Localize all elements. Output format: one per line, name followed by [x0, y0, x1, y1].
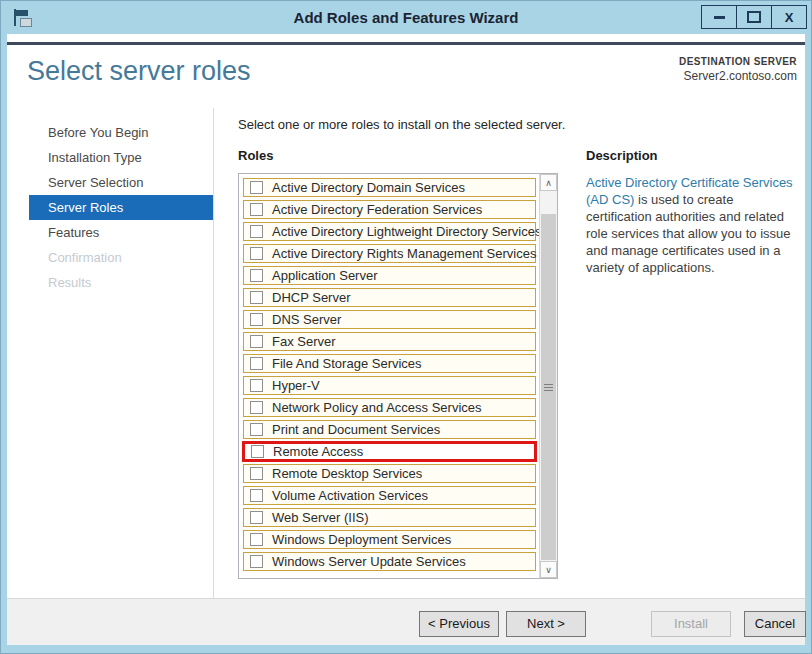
checkbox[interactable] [250, 467, 263, 480]
wizard-nav: Before You Begin Installation Type Serve… [29, 120, 213, 295]
roles-listbox: Active Directory Domain Services Active … [238, 173, 558, 579]
checkbox[interactable] [250, 269, 263, 282]
description-heading: Description [586, 148, 658, 163]
nav-before-you-begin[interactable]: Before You Begin [29, 120, 213, 145]
client-area: Select server roles DESTINATION SERVER S… [7, 34, 805, 645]
header-divider [7, 42, 805, 45]
chevron-down-icon: ∨ [545, 565, 552, 575]
minimize-button[interactable] [701, 5, 737, 29]
role-row-fax-server[interactable]: Fax Server [243, 332, 536, 351]
role-row-active-directory-lightweight-directory-services[interactable]: Active Directory Lightweight Directory S… [243, 222, 536, 241]
checkbox[interactable] [250, 489, 263, 502]
role-row-active-directory-domain-services[interactable]: Active Directory Domain Services [243, 178, 536, 197]
role-row-remote-desktop-services[interactable]: Remote Desktop Services [243, 464, 536, 483]
checkbox[interactable] [250, 247, 263, 260]
footer-bar: < Previous Next > Install Cancel [7, 598, 805, 645]
maximize-icon [747, 11, 761, 23]
scroll-down-button[interactable]: ∨ [540, 561, 557, 578]
description-body: Active Directory Certificate Services (A… [586, 174, 802, 276]
checkbox[interactable] [250, 423, 263, 436]
scrollbar-thumb[interactable] [541, 214, 556, 560]
role-label: Web Server (IIS) [272, 510, 369, 525]
role-label: Active Directory Federation Services [272, 202, 482, 217]
checkbox[interactable] [250, 379, 263, 392]
role-label: File And Storage Services [272, 356, 422, 371]
destination-server-label: DESTINATION SERVER [679, 56, 797, 67]
role-row-dns-server[interactable]: DNS Server [243, 310, 536, 329]
previous-button[interactable]: < Previous [419, 611, 499, 637]
checkbox[interactable] [250, 291, 263, 304]
role-label: Network Policy and Access Services [272, 400, 482, 415]
nav-server-roles[interactable]: Server Roles [29, 195, 213, 220]
checkbox[interactable] [250, 181, 263, 194]
role-row-active-directory-rights-management-services[interactable]: Active Directory Rights Management Servi… [243, 244, 536, 263]
role-label: Print and Document Services [272, 422, 440, 437]
close-icon: X [785, 10, 794, 25]
install-button[interactable]: Install [651, 611, 731, 637]
role-row-remote-access[interactable]: Remote Access [243, 442, 536, 461]
role-label: Active Directory Rights Management Servi… [272, 246, 536, 261]
nav-installation-type[interactable]: Installation Type [29, 145, 213, 170]
role-label: Remote Desktop Services [272, 466, 422, 481]
role-label: Active Directory Lightweight Directory S… [272, 224, 541, 239]
chevron-up-icon: ∧ [545, 178, 552, 188]
checkbox[interactable] [250, 225, 263, 238]
checkbox[interactable] [250, 335, 263, 348]
page-title: Select server roles [27, 56, 251, 87]
role-row-print-and-document-services[interactable]: Print and Document Services [243, 420, 536, 439]
nav-server-selection[interactable]: Server Selection [29, 170, 213, 195]
instruction-text: Select one or more roles to install on t… [238, 117, 565, 132]
roles-scrollbar[interactable]: ∧ ∨ [539, 174, 557, 578]
window-title: Add Roles and Features Wizard [1, 1, 811, 34]
checkbox[interactable] [250, 533, 263, 546]
nav-results: Results [29, 270, 213, 295]
minimize-icon [714, 16, 725, 19]
role-row-windows-server-update-services[interactable]: Windows Server Update Services [243, 552, 536, 571]
role-label: DNS Server [272, 312, 341, 327]
maximize-button[interactable] [736, 5, 772, 29]
role-label: Fax Server [272, 334, 336, 349]
checkbox[interactable] [250, 313, 263, 326]
role-row-network-policy-and-access-services[interactable]: Network Policy and Access Services [243, 398, 536, 417]
role-row-volume-activation-services[interactable]: Volume Activation Services [243, 486, 536, 505]
titlebar: Add Roles and Features Wizard X [1, 1, 811, 34]
checkbox[interactable] [250, 511, 263, 524]
nav-features[interactable]: Features [29, 220, 213, 245]
window-controls: X [702, 5, 807, 29]
nav-content-divider [213, 108, 214, 600]
role-row-windows-deployment-services[interactable]: Windows Deployment Services [243, 530, 536, 549]
role-row-active-directory-federation-services[interactable]: Active Directory Federation Services [243, 200, 536, 219]
roles-heading: Roles [238, 148, 273, 163]
role-label: Volume Activation Services [272, 488, 428, 503]
role-label: Active Directory Domain Services [272, 180, 465, 195]
role-label: Windows Deployment Services [272, 532, 451, 547]
role-row-dhcp-server[interactable]: DHCP Server [243, 288, 536, 307]
destination-server-name: Server2.contoso.com [679, 69, 797, 83]
grip-icon [544, 387, 553, 388]
next-button[interactable]: Next > [506, 611, 586, 637]
scroll-up-button[interactable]: ∧ [540, 174, 557, 191]
checkbox[interactable] [250, 401, 263, 414]
checkbox[interactable] [250, 203, 263, 216]
destination-server-block: DESTINATION SERVER Server2.contoso.com [679, 56, 797, 83]
role-label: DHCP Server [272, 290, 351, 305]
close-button[interactable]: X [771, 5, 807, 29]
role-row-file-and-storage-services[interactable]: File And Storage Services [243, 354, 536, 373]
role-row-web-server-iis[interactable]: Web Server (IIS) [243, 508, 536, 527]
cancel-button[interactable]: Cancel [744, 611, 806, 637]
role-label: Application Server [272, 268, 378, 283]
role-row-application-server[interactable]: Application Server [243, 266, 536, 285]
checkbox[interactable] [251, 445, 264, 458]
role-label: Hyper-V [272, 378, 320, 393]
checkbox[interactable] [250, 357, 263, 370]
role-label: Remote Access [273, 444, 363, 459]
nav-confirmation: Confirmation [29, 245, 213, 270]
role-row-hyper-v[interactable]: Hyper-V [243, 376, 536, 395]
roles-rows: Active Directory Domain Services Active … [243, 178, 536, 574]
role-label: Windows Server Update Services [272, 554, 466, 569]
wizard-window: Add Roles and Features Wizard X Select s… [0, 0, 812, 654]
checkbox[interactable] [250, 555, 263, 568]
